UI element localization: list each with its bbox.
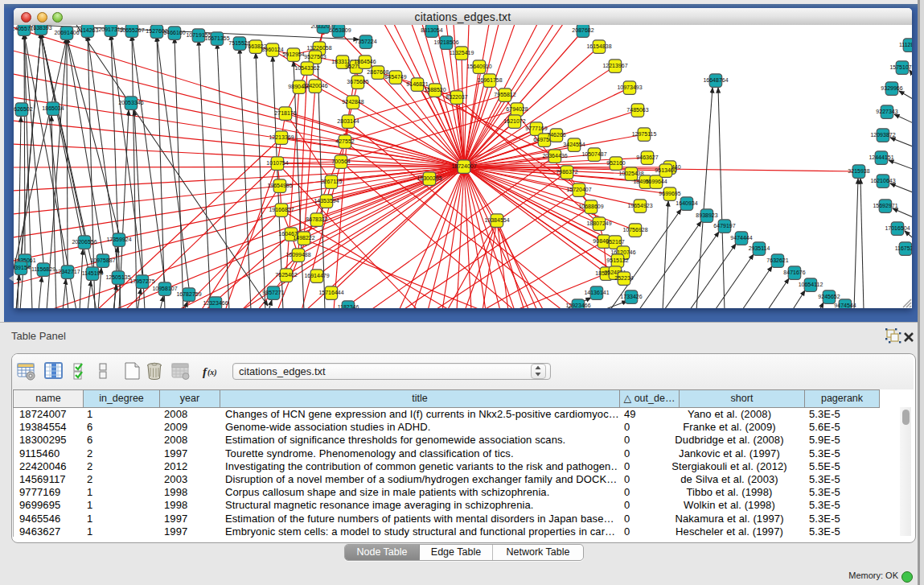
svg-text:1640934: 1640934 <box>676 200 697 206</box>
svg-text:12093872: 12093872 <box>870 132 895 138</box>
svg-text:7625402: 7625402 <box>275 272 297 278</box>
svg-text:10756928: 10756928 <box>622 227 647 233</box>
svg-text:8813054: 8813054 <box>421 27 442 33</box>
svg-text:9513400: 9513400 <box>655 167 676 173</box>
svg-text:20364436: 20364436 <box>542 153 567 159</box>
svg-text:15751074: 15751074 <box>889 64 912 70</box>
svg-text:2087682: 2087682 <box>572 27 593 33</box>
svg-text:1112852: 1112852 <box>899 42 912 47</box>
svg-text:1010754: 1010754 <box>266 160 288 166</box>
svg-text:1621072: 1621072 <box>503 118 525 124</box>
svg-text:8454749: 8454749 <box>384 74 406 80</box>
svg-text:15640910: 15640910 <box>466 64 491 69</box>
svg-text:16914479: 16914479 <box>304 273 329 278</box>
svg-text:19384554: 19384554 <box>484 217 509 223</box>
svg-text:8938923: 8938923 <box>696 212 717 218</box>
svg-text:1182346: 1182346 <box>338 304 359 308</box>
svg-text:11325419: 11325419 <box>450 50 474 56</box>
svg-text:427552: 427552 <box>335 138 354 144</box>
svg-text:9245652: 9245652 <box>818 294 840 299</box>
svg-text:15720407: 15720407 <box>566 187 591 192</box>
svg-text:13226058: 13226058 <box>306 45 331 51</box>
svg-text:9857271: 9857271 <box>262 290 284 295</box>
svg-text:8471676: 8471676 <box>783 270 805 275</box>
svg-text:14353594: 14353594 <box>314 198 339 204</box>
svg-text:20332077: 20332077 <box>310 25 335 29</box>
svg-text:9146821: 9146821 <box>406 81 428 87</box>
svg-text:7638393: 7638393 <box>30 25 51 31</box>
svg-text:2935114: 2935114 <box>749 245 770 251</box>
svg-text:2803144: 2803144 <box>337 118 359 124</box>
svg-text:9463627: 9463627 <box>636 154 658 160</box>
svg-text:1733426: 1733426 <box>620 294 642 299</box>
svg-text:9242848: 9242848 <box>342 99 363 105</box>
svg-text:12213967: 12213967 <box>602 63 627 68</box>
svg-text:3267115: 3267115 <box>321 179 343 184</box>
svg-text:12505135: 12505135 <box>105 274 130 280</box>
svg-text:9515132: 9515132 <box>606 257 628 263</box>
svg-text:2718176: 2718176 <box>274 110 296 116</box>
svg-text:12444151: 12444151 <box>869 154 893 160</box>
svg-text:7357224: 7357224 <box>355 39 376 44</box>
svg-text:7632621: 7632621 <box>766 257 788 263</box>
svg-text:1498222: 1498222 <box>293 235 314 241</box>
svg-text:10975887: 10975887 <box>90 257 115 263</box>
svg-text:9329966: 9329966 <box>881 85 902 91</box>
svg-text:20691406: 20691406 <box>54 30 79 35</box>
svg-text:12975115: 12975115 <box>632 131 657 137</box>
svg-text:18724007: 18724007 <box>451 163 476 169</box>
svg-text:6466160: 6466160 <box>163 30 185 35</box>
svg-text:12213369: 12213369 <box>269 134 294 140</box>
svg-text:11156829: 11156829 <box>31 266 55 272</box>
svg-text:19654985: 19654985 <box>267 183 292 188</box>
svg-text:10654112: 10654112 <box>799 282 823 287</box>
svg-text:10688609: 10688609 <box>578 204 603 209</box>
svg-text:10543362: 10543362 <box>294 65 319 71</box>
svg-text:3215938: 3215938 <box>848 168 869 174</box>
svg-text:7986372: 7986372 <box>556 169 577 175</box>
svg-text:16961758: 16961758 <box>477 77 502 83</box>
svg-text:6794028: 6794028 <box>506 106 528 112</box>
svg-text:19218506: 19218506 <box>433 39 458 45</box>
svg-text:9227343: 9227343 <box>876 109 897 114</box>
svg-text:10507487: 10507487 <box>581 151 606 157</box>
svg-text:952167: 952167 <box>606 239 624 245</box>
svg-text:2626502: 2626502 <box>14 106 33 112</box>
svg-text:7955812: 7955812 <box>494 92 515 97</box>
svg-text:9699644: 9699644 <box>645 179 667 184</box>
svg-text:3675685: 3675685 <box>347 79 368 84</box>
svg-text:12323466: 12323466 <box>203 300 228 306</box>
svg-text:3424554: 3424554 <box>563 142 585 147</box>
svg-text:19654923: 19654923 <box>627 203 652 208</box>
svg-text:746266: 746266 <box>547 132 565 138</box>
svg-text:17016504: 17016504 <box>885 225 910 231</box>
svg-text:10973493: 10973493 <box>617 84 642 90</box>
svg-text:12342717: 12342717 <box>55 269 80 274</box>
svg-text:952160: 952160 <box>606 160 625 166</box>
svg-text:1864546: 1864546 <box>354 59 376 64</box>
svg-text:14136141: 14136141 <box>584 290 609 295</box>
svg-text:(x): (x) <box>207 368 217 377</box>
svg-text:20206556: 20206556 <box>72 239 97 245</box>
svg-text:12923466: 12923466 <box>565 303 590 308</box>
svg-text:9474444: 9474444 <box>730 235 752 241</box>
svg-text:939154: 939154 <box>14 265 31 270</box>
svg-text:16099488: 16099488 <box>285 252 310 257</box>
svg-text:9474544: 9474544 <box>834 303 856 308</box>
svg-text:5912954: 5912954 <box>282 51 304 57</box>
svg-text:20053346: 20053346 <box>118 100 143 105</box>
svg-text:18807249: 18807249 <box>586 220 611 226</box>
svg-text:19166827: 19166827 <box>269 207 294 212</box>
svg-text:16648764: 16648764 <box>703 77 728 83</box>
svg-text:1145194: 1145194 <box>82 270 104 276</box>
svg-text:8678332: 8678332 <box>306 216 327 222</box>
svg-text:9777169: 9777169 <box>525 126 547 131</box>
svg-text:1865034: 1865034 <box>42 105 64 111</box>
svg-text:17359924: 17359924 <box>106 237 131 242</box>
svg-text:9114263: 9114263 <box>77 27 99 33</box>
svg-text:7485063: 7485063 <box>626 107 648 113</box>
svg-text:8322037: 8322037 <box>446 94 467 100</box>
svg-text:16671355: 16671355 <box>204 35 229 41</box>
svg-text:9527503: 9527503 <box>304 54 326 60</box>
svg-text:10958107: 10958107 <box>152 286 177 291</box>
